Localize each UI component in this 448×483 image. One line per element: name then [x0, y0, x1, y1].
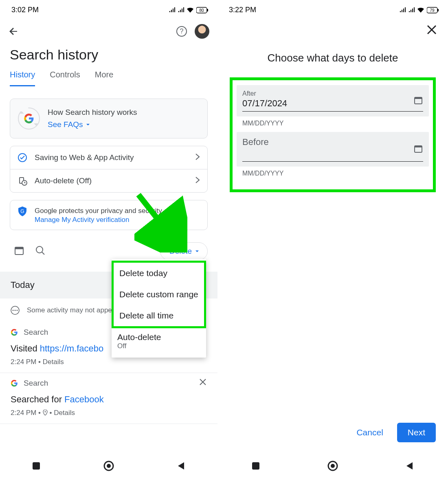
after-hint: MM/DD/YYYY: [237, 116, 429, 132]
info-card[interactable]: How Search history works See FAQs: [10, 99, 208, 138]
faq-link[interactable]: See FAQs: [48, 120, 137, 129]
nav-back-icon[interactable]: [176, 461, 187, 473]
calendar-icon[interactable]: [413, 95, 423, 107]
avatar[interactable]: [195, 24, 209, 39]
activity-source: Search: [24, 379, 48, 388]
remove-activity-icon[interactable]: [199, 378, 207, 388]
status-time: 3:02 PM: [11, 6, 39, 14]
date-range-highlight: After 07/17/2024 MM/DD/YYYY Before MM/DD…: [230, 77, 436, 192]
svg-point-16: [13, 310, 14, 311]
menu-delete-today[interactable]: Delete today: [114, 263, 204, 284]
more-circle-icon: [11, 306, 20, 315]
activity-source: Search: [24, 328, 48, 337]
annotation-arrow: [134, 191, 187, 252]
setting-web-activity[interactable]: Saving to Web & App Activity: [10, 146, 207, 169]
battery-icon: 79: [427, 7, 439, 13]
status-bar: 3:22 PM 79: [217, 0, 448, 17]
android-nav-bar: [0, 450, 217, 483]
tab-history[interactable]: History: [10, 70, 35, 86]
tab-more[interactable]: More: [95, 70, 114, 86]
svg-rect-25: [437, 9, 439, 11]
check-circle-icon: [18, 153, 27, 162]
battery-icon: 80: [196, 7, 209, 13]
cancel-button[interactable]: Cancel: [350, 423, 389, 442]
svg-rect-28: [415, 97, 422, 99]
google-icon: [11, 329, 18, 336]
google-icon: [11, 380, 18, 387]
nav-recent-icon[interactable]: [250, 461, 261, 473]
before-value: [242, 147, 423, 162]
next-button[interactable]: Next: [397, 423, 436, 442]
nav-home-icon[interactable]: [327, 461, 338, 473]
svg-rect-1: [207, 9, 208, 11]
chevron-right-icon: [195, 153, 200, 162]
setting-auto-delete[interactable]: Auto-delete (Off): [10, 169, 207, 192]
svg-point-14: [36, 246, 43, 253]
activity-link[interactable]: Facebook: [64, 394, 104, 404]
after-value: 07/17/2024: [242, 97, 423, 112]
signal-icon: [408, 7, 415, 13]
chevron-right-icon: [195, 176, 200, 186]
back-icon[interactable]: [8, 26, 20, 37]
calendar-icon[interactable]: [14, 245, 24, 257]
close-icon[interactable]: [426, 24, 437, 35]
activity-link[interactable]: https://m.facebo: [40, 343, 104, 353]
details-link[interactable]: Details: [43, 358, 64, 366]
svg-point-17: [15, 310, 16, 311]
tabs: History Controls More: [0, 70, 217, 86]
svg-text:G: G: [20, 209, 24, 214]
svg-rect-31: [252, 462, 259, 470]
svg-point-33: [331, 464, 335, 468]
menu-auto-delete-sub: Off: [112, 342, 206, 353]
before-field[interactable]: Before: [237, 132, 429, 167]
info-title: How Search history works: [48, 108, 137, 117]
google-logo-refresh-icon: [18, 107, 40, 130]
svg-point-18: [17, 310, 18, 311]
page-title: Search history: [0, 43, 217, 70]
auto-delete-icon: [18, 176, 27, 186]
status-time: 3:22 PM: [229, 6, 256, 14]
after-field[interactable]: After 07/17/2024: [237, 85, 429, 116]
android-nav-bar: [217, 450, 448, 483]
menu-auto-delete[interactable]: Auto-delete: [112, 328, 206, 342]
nav-back-icon[interactable]: [404, 461, 415, 473]
svg-line-20: [138, 195, 177, 244]
svg-rect-13: [15, 247, 23, 249]
svg-text:?: ?: [180, 28, 184, 35]
search-icon[interactable]: [35, 245, 46, 257]
signal-icon: [399, 7, 406, 13]
calendar-icon[interactable]: [413, 144, 423, 155]
dialog-title: Choose what days to delete: [217, 40, 448, 72]
tab-controls[interactable]: Controls: [50, 70, 80, 86]
svg-text:80: 80: [199, 8, 204, 13]
svg-point-19: [44, 411, 46, 412]
status-bar: 3:02 PM 80: [0, 0, 217, 17]
menu-delete-all[interactable]: Delete all time: [114, 305, 204, 326]
wifi-icon: [417, 7, 424, 13]
delete-menu: Delete today Delete custom range Delete …: [112, 259, 206, 358]
wifi-icon: [187, 7, 194, 13]
signal-icon: [178, 7, 184, 13]
nav-home-icon[interactable]: [103, 461, 114, 473]
nav-recent-icon[interactable]: [31, 461, 42, 473]
dropdown-icon: [195, 249, 199, 253]
help-icon[interactable]: ?: [176, 26, 187, 37]
dropdown-icon: [86, 122, 90, 127]
menu-delete-custom[interactable]: Delete custom range: [114, 284, 204, 305]
details-link[interactable]: Details: [54, 409, 75, 417]
svg-point-23: [107, 464, 111, 468]
activity-item: Search Searched for Facebook 2:24 PM • •…: [0, 373, 217, 424]
shield-icon: G: [18, 206, 27, 217]
svg-rect-21: [33, 462, 40, 470]
svg-text:79: 79: [430, 8, 435, 13]
signal-icon: [169, 7, 175, 13]
svg-rect-30: [415, 146, 422, 147]
before-hint: MM/DD/YYYY: [237, 167, 429, 182]
location-icon: [43, 410, 48, 415]
